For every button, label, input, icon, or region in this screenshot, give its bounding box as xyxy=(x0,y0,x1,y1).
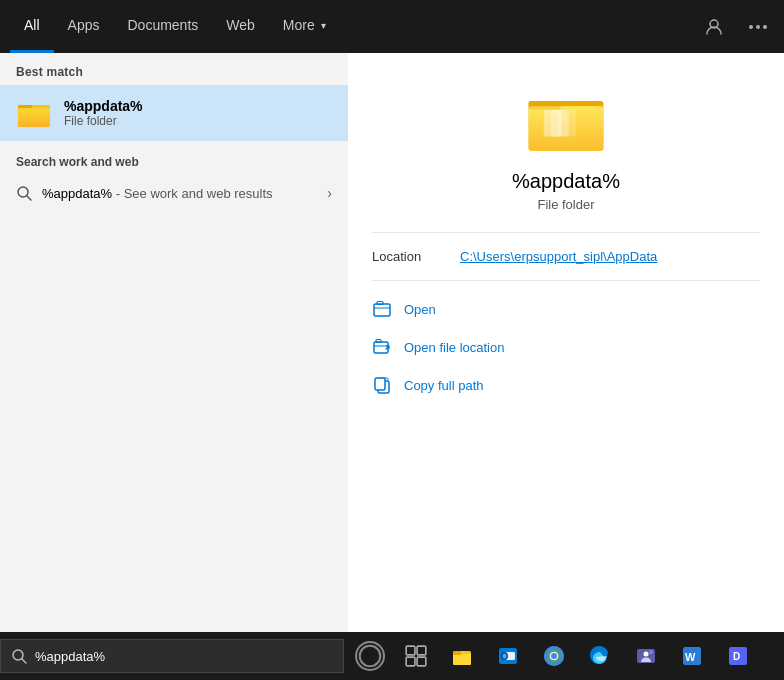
taskbar-search-box[interactable]: %appdata% xyxy=(0,639,344,673)
tab-more[interactable]: More ▾ xyxy=(269,0,340,53)
word-button[interactable]: W xyxy=(670,632,714,680)
taskbar: %appdata% xyxy=(0,632,784,680)
taskbar-icons: W D xyxy=(348,632,760,680)
svg-point-41 xyxy=(551,653,557,659)
chevron-down-icon: ▾ xyxy=(321,20,326,31)
more-options-icon-button[interactable] xyxy=(742,11,774,43)
file-explorer-button[interactable] xyxy=(440,632,484,680)
svg-rect-21 xyxy=(376,340,381,343)
open-file-location-label: Open file location xyxy=(404,340,504,355)
teams-icon xyxy=(634,644,658,668)
app-detail: %appdata% File folder xyxy=(372,83,760,233)
tab-documents[interactable]: Documents xyxy=(113,0,212,53)
svg-text:W: W xyxy=(685,651,696,663)
right-panel: %appdata% File folder Location C:\Users\… xyxy=(348,53,784,632)
task-view-icon xyxy=(404,644,428,668)
best-match-title: %appdata% xyxy=(64,98,143,114)
actions-section: Open Open file location xyxy=(372,281,760,413)
svg-point-43 xyxy=(644,652,649,657)
extra-app-button[interactable]: D xyxy=(716,632,760,680)
svg-point-2 xyxy=(756,25,760,29)
svg-rect-28 xyxy=(417,646,426,655)
svg-point-3 xyxy=(763,25,767,29)
search-query: %appdata% xyxy=(42,186,112,201)
svg-rect-29 xyxy=(406,657,415,666)
file-explorer-icon xyxy=(450,644,474,668)
svg-rect-17 xyxy=(558,110,576,137)
tab-all[interactable]: All xyxy=(10,0,54,53)
user-icon-button[interactable] xyxy=(698,11,730,43)
best-match-text: %appdata% File folder xyxy=(64,98,143,128)
best-match-label: Best match xyxy=(0,53,348,85)
tab-apps[interactable]: Apps xyxy=(54,0,114,53)
svg-point-1 xyxy=(749,25,753,29)
taskbar-search-icon xyxy=(11,648,27,664)
app-name: %appdata% xyxy=(512,170,620,193)
task-view-button[interactable] xyxy=(394,632,438,680)
svg-rect-33 xyxy=(453,651,461,655)
open-icon xyxy=(372,299,392,319)
svg-rect-32 xyxy=(453,654,471,665)
nav-tabs: All Apps Documents Web More ▾ xyxy=(10,0,698,53)
svg-rect-19 xyxy=(377,302,383,305)
best-match-item[interactable]: %appdata% File folder xyxy=(0,85,348,141)
word-icon: W xyxy=(680,644,704,668)
location-label: Location xyxy=(372,249,452,264)
content-area: Best match %a xyxy=(0,53,784,632)
start-menu: All Apps Documents Web More ▾ xyxy=(0,0,784,632)
svg-point-44 xyxy=(649,650,653,654)
copy-full-path-label: Copy full path xyxy=(404,378,484,393)
open-file-location-action[interactable]: Open file location xyxy=(372,333,760,361)
search-web-item[interactable]: %appdata% - See work and web results › xyxy=(0,177,348,209)
svg-rect-18 xyxy=(374,304,390,316)
open-label: Open xyxy=(404,302,436,317)
teams-button[interactable] xyxy=(624,632,668,680)
location-value[interactable]: C:\Users\erpsupport_sipl\AppData xyxy=(460,249,657,264)
nav-icons xyxy=(698,11,774,43)
best-match-subtitle: File folder xyxy=(64,114,143,128)
outlook-button[interactable] xyxy=(486,632,530,680)
svg-rect-27 xyxy=(406,646,415,655)
search-suffix: - See work and web results xyxy=(112,186,272,201)
svg-line-25 xyxy=(22,659,26,663)
copy-full-path-action[interactable]: Copy full path xyxy=(372,371,760,399)
svg-rect-23 xyxy=(375,378,385,390)
svg-text:D: D xyxy=(733,651,740,662)
taskbar-search-text: %appdata% xyxy=(35,649,105,664)
copy-icon xyxy=(372,375,392,395)
nav-bar: All Apps Documents Web More ▾ xyxy=(0,0,784,53)
app-type: File folder xyxy=(537,197,594,212)
svg-line-10 xyxy=(27,196,31,200)
open-location-icon xyxy=(372,337,392,357)
svg-rect-8 xyxy=(18,108,50,127)
left-panel: Best match %a xyxy=(0,53,348,632)
edge-icon xyxy=(588,644,612,668)
chrome-icon xyxy=(542,644,566,668)
cortana-icon xyxy=(355,641,385,671)
svg-rect-20 xyxy=(374,342,388,353)
edge-button[interactable] xyxy=(578,632,622,680)
extra-app-icon: D xyxy=(726,644,750,668)
search-icon xyxy=(16,185,32,201)
search-web-text: %appdata% - See work and web results xyxy=(42,186,273,201)
svg-point-26 xyxy=(360,646,381,667)
tab-web[interactable]: Web xyxy=(212,0,269,53)
search-work-web-label: Search work and web xyxy=(0,141,348,177)
open-action[interactable]: Open xyxy=(372,295,760,323)
chrome-button[interactable] xyxy=(532,632,576,680)
chevron-right-icon: › xyxy=(327,185,332,201)
outlook-icon xyxy=(496,644,520,668)
detail-section: Location C:\Users\erpsupport_sipl\AppDat… xyxy=(372,233,760,281)
location-row: Location C:\Users\erpsupport_sipl\AppDat… xyxy=(372,249,760,264)
folder-icon-small xyxy=(16,95,52,131)
svg-point-37 xyxy=(503,654,507,659)
folder-icon-large xyxy=(526,83,606,158)
cortana-button[interactable] xyxy=(348,632,392,680)
svg-rect-30 xyxy=(417,657,426,666)
